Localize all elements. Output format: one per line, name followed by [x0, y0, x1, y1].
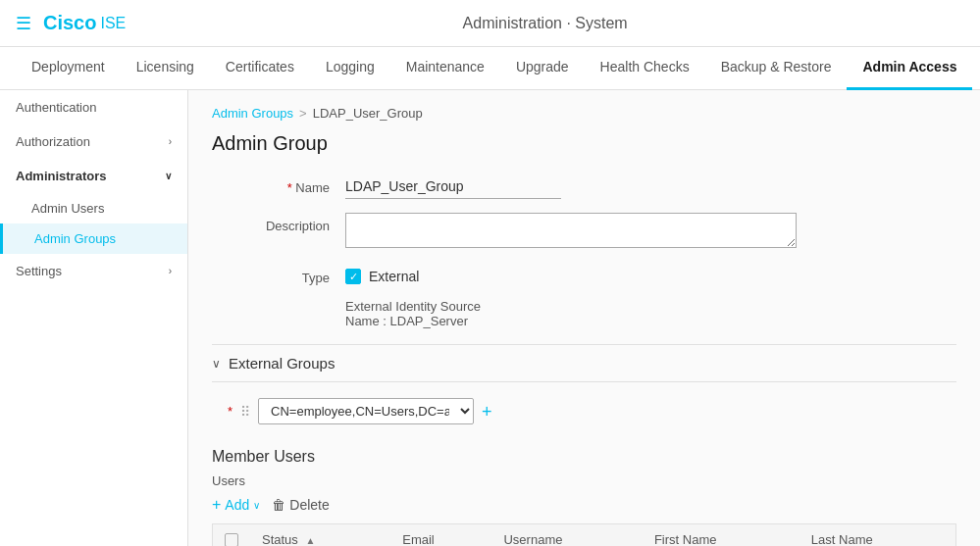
- external-checkbox[interactable]: [345, 269, 361, 284]
- ext-id-name-value: LDAP_Server: [390, 314, 468, 328]
- type-checkbox-container: External: [345, 269, 956, 284]
- th-username: Username: [491, 524, 642, 547]
- th-first-name: First Name: [643, 524, 799, 547]
- menu-icon[interactable]: ☰: [16, 13, 31, 34]
- th-checkbox: [213, 524, 251, 547]
- first-name-column-label: First Name: [654, 532, 717, 546]
- main-layout: Authentication Authorization › Administr…: [0, 90, 980, 546]
- breadcrumb-current: LDAP_User_Group: [313, 106, 423, 121]
- last-name-column-label: Last Name: [811, 532, 873, 546]
- ext-id-source-info: External Identity Source Name : LDAP_Ser…: [345, 299, 956, 328]
- form-row-description: Description: [212, 213, 956, 251]
- delete-label: Delete: [289, 497, 329, 513]
- nav-health-checks[interactable]: Health Checks: [585, 47, 705, 90]
- sidebar-item-authorization[interactable]: Authorization ›: [0, 124, 187, 159]
- breadcrumb-separator: >: [299, 106, 307, 121]
- member-users-section: Member Users Users + Add ∨ 🗑 Delete: [212, 448, 956, 546]
- nav-backup-restore[interactable]: Backup & Restore: [705, 47, 848, 90]
- chevron-down-icon: ∨: [165, 171, 172, 181]
- name-value: [345, 174, 956, 199]
- type-label: Type: [212, 265, 330, 285]
- ise-wordmark: ISE: [100, 15, 126, 32]
- sidebar-item-label: Authorization: [16, 134, 90, 149]
- nav-licensing[interactable]: Licensing: [121, 47, 210, 90]
- description-value: [345, 213, 956, 251]
- external-group-dropdown[interactable]: CN=employee,CN=Users,DC=a: [258, 398, 474, 424]
- name-label: Name: [212, 174, 330, 195]
- chevron-right-icon: ›: [169, 266, 172, 276]
- status-column-label: Status: [262, 532, 298, 546]
- sidebar-item-admin-groups[interactable]: Admin Groups: [0, 223, 187, 254]
- member-users-title: Member Users: [212, 448, 956, 466]
- logo: Cisco ISE: [43, 12, 126, 34]
- users-table: Status ▲ Email Username First Name: [212, 523, 956, 546]
- sort-icon[interactable]: ▲: [305, 535, 315, 546]
- navbar: Deployment Licensing Certificates Loggin…: [0, 47, 980, 90]
- add-button[interactable]: + Add ∨: [212, 496, 260, 514]
- th-status: Status ▲: [250, 524, 390, 547]
- table-header-row: Status ▲ Email Username First Name: [213, 524, 956, 547]
- sidebar-item-label: Authentication: [16, 100, 96, 115]
- username-column-label: Username: [503, 532, 562, 546]
- sidebar: Authentication Authorization › Administr…: [0, 90, 188, 546]
- nav-deployment[interactable]: Deployment: [16, 47, 121, 90]
- breadcrumb-link[interactable]: Admin Groups: [212, 106, 293, 121]
- drag-handle-icon[interactable]: ⠿: [240, 404, 250, 420]
- delete-button[interactable]: 🗑 Delete: [272, 497, 329, 513]
- trash-icon: 🗑: [272, 497, 285, 513]
- external-groups-section-header: ∨ External Groups: [212, 344, 956, 382]
- email-column-label: Email: [402, 532, 435, 546]
- topbar: ☰ Cisco ISE Administration · System: [0, 0, 980, 47]
- sidebar-item-authentication[interactable]: Authentication: [0, 90, 187, 124]
- chevron-down-icon[interactable]: ∨: [253, 500, 260, 511]
- external-label: External: [369, 269, 419, 284]
- th-email: Email: [390, 524, 491, 547]
- th-last-name: Last Name: [799, 524, 956, 547]
- users-label: Users: [212, 473, 956, 488]
- ext-id-source-label: External Identity Source: [345, 299, 956, 314]
- external-groups-row: * ⠿ CN=employee,CN=Users,DC=a +: [228, 390, 956, 432]
- ext-id-name-label: Name :: [345, 314, 387, 328]
- ext-id-source-name: Name : LDAP_Server: [345, 314, 956, 328]
- name-input[interactable]: [345, 174, 561, 199]
- sidebar-item-label: Administrators: [16, 169, 106, 183]
- nav-maintenance[interactable]: Maintenance: [390, 47, 500, 90]
- required-star: *: [228, 404, 232, 419]
- sidebar-item-admin-users[interactable]: Admin Users: [0, 193, 187, 223]
- type-value: External: [345, 265, 956, 284]
- sidebar-item-label: Admin Groups: [34, 231, 116, 246]
- external-groups-title: External Groups: [229, 355, 335, 372]
- cisco-wordmark: Cisco: [43, 12, 96, 34]
- nav-upgrade[interactable]: Upgrade: [500, 47, 585, 90]
- action-bar: + Add ∨ 🗑 Delete: [212, 496, 956, 514]
- select-all-checkbox[interactable]: [225, 533, 238, 547]
- chevron-right-icon: ›: [169, 136, 172, 147]
- sidebar-item-settings[interactable]: Settings ›: [0, 254, 187, 288]
- nav-admin-access[interactable]: Admin Access: [847, 47, 972, 90]
- nav-logging[interactable]: Logging: [310, 47, 390, 90]
- plus-icon: +: [212, 496, 221, 514]
- main-content: Admin Groups > LDAP_User_Group Admin Gro…: [188, 90, 980, 546]
- app-title: Administration · System: [126, 15, 964, 32]
- collapse-toggle-icon[interactable]: ∨: [212, 357, 221, 371]
- form-row-name: Name: [212, 174, 956, 199]
- breadcrumb: Admin Groups > LDAP_User_Group: [212, 106, 956, 121]
- sidebar-item-label: Admin Users: [31, 201, 104, 216]
- nav-settings[interactable]: Settings: [972, 47, 980, 90]
- nav-certificates[interactable]: Certificates: [210, 47, 310, 90]
- page-title: Admin Group: [212, 132, 956, 155]
- add-label: Add: [225, 497, 249, 513]
- description-label: Description: [212, 213, 330, 233]
- description-input[interactable]: [345, 213, 797, 248]
- sidebar-item-label: Settings: [16, 264, 62, 278]
- table-header: Status ▲ Email Username First Name: [213, 524, 956, 547]
- add-external-group-button[interactable]: +: [482, 403, 492, 421]
- form-row-type: Type External: [212, 265, 956, 285]
- sidebar-item-administrators[interactable]: Administrators ∨: [0, 159, 187, 193]
